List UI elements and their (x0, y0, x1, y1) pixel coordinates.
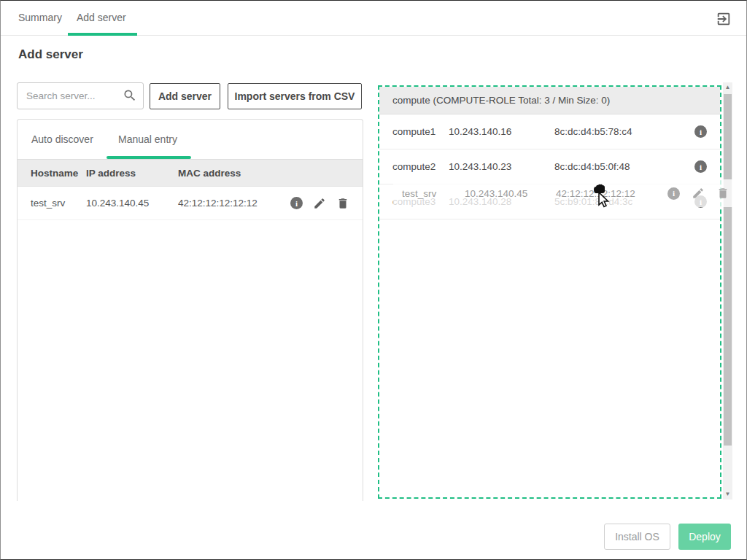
delete-trash-icon[interactable] (716, 187, 729, 200)
cell-hostname: compute2 (379, 161, 449, 172)
info-icon[interactable]: i (694, 125, 707, 138)
install-os-button[interactable]: Install OS (604, 524, 670, 550)
scrollbar[interactable]: ▲ ▼ (723, 82, 732, 499)
top-tab-summary[interactable]: Summary (18, 12, 62, 23)
server-table-header: Hostname IP address MAC address (18, 159, 363, 187)
tab-manual-entry[interactable]: Manual entry (118, 133, 177, 145)
role-server-row-compute1[interactable]: compute1 10.243.140.16 8c:dc:d4:b5:78:c4… (379, 114, 720, 149)
scrollbar-down-arrow[interactable]: ▼ (723, 489, 732, 499)
active-tab-underline (68, 33, 137, 36)
column-mac-address: MAC address (178, 168, 287, 179)
tab-auto-discover[interactable]: Auto discover (31, 133, 93, 145)
page-title: Add server (18, 47, 83, 62)
app-window: Summary Add server Add server Add server… (0, 0, 747, 560)
search-wrapper (17, 82, 144, 109)
mouse-drag-cursor (589, 182, 614, 213)
logout-icon[interactable] (716, 11, 732, 27)
info-icon[interactable]: i (667, 187, 680, 200)
cell-mac: 8c:dc:d4:b5:78:c4 (554, 126, 684, 137)
search-icon (123, 88, 137, 103)
server-list-tabs: Auto discover Manual entry (18, 120, 363, 159)
top-tab-add-server[interactable]: Add server (77, 12, 126, 23)
cell-ip: 10.243.140.45 (465, 188, 556, 199)
cell-ip: 10.243.140.23 (449, 161, 554, 172)
edit-pencil-icon[interactable] (692, 187, 705, 200)
top-navigation-bar: Summary Add server (1, 1, 746, 36)
row-actions: i (290, 197, 363, 210)
scrollbar-up-arrow[interactable]: ▲ (723, 82, 732, 93)
cell-mac: 42:12:12:12:12:12 (178, 198, 287, 209)
scrollbar-thumb[interactable] (724, 94, 732, 446)
cell-hostname: compute1 (379, 126, 449, 137)
cell-ip: 10.243.140.16 (449, 126, 554, 137)
add-server-button[interactable]: Add server (150, 83, 220, 109)
server-row-test-srv[interactable]: test_srv 10.243.140.45 42:12:12:12:12:12… (18, 187, 363, 220)
dragged-server-row[interactable]: test_srv 10.243.140.45 42:12:12:12:12:12… (393, 179, 732, 207)
server-list-panel: Auto discover Manual entry Hostname IP a… (17, 119, 363, 501)
import-csv-button[interactable]: Import servers from CSV (228, 83, 362, 109)
cell-hostname: test_srv (393, 188, 465, 199)
role-panel-header: compute (COMPUTE-ROLE Total: 3 / Min Siz… (379, 87, 720, 114)
info-icon[interactable]: i (290, 197, 303, 209)
cell-hostname: test_srv (18, 198, 86, 209)
column-ip-address: IP address (86, 168, 178, 179)
compute-role-drop-panel[interactable]: compute (COMPUTE-ROLE Total: 3 / Min Siz… (378, 85, 721, 499)
column-hostname: Hostname (18, 168, 86, 179)
deploy-button[interactable]: Deploy (678, 524, 731, 550)
cell-mac: 8c:dc:d4:b5:0f:48 (554, 161, 684, 172)
edit-pencil-icon[interactable] (313, 197, 326, 210)
info-icon[interactable]: i (694, 160, 707, 173)
row-actions: i (667, 187, 732, 200)
cell-ip: 10.243.140.45 (86, 198, 178, 209)
delete-trash-icon[interactable] (336, 197, 349, 210)
